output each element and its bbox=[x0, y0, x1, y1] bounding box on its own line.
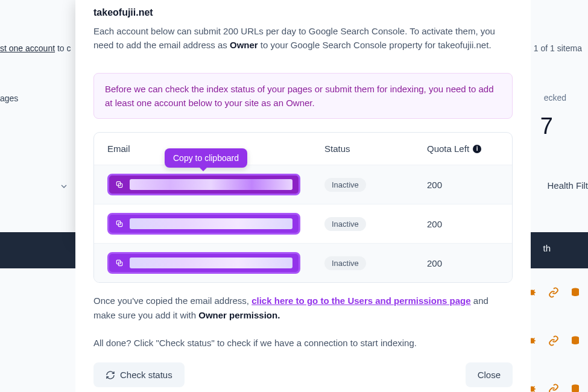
owner-warning-alert: Before we can check the index status of … bbox=[93, 73, 513, 119]
redacted-email bbox=[130, 179, 292, 190]
modal-actions: Check status Close bbox=[75, 350, 531, 387]
bg-row-icons-3 bbox=[526, 384, 581, 392]
status-badge: Inactive bbox=[324, 178, 366, 192]
database-icon[interactable] bbox=[570, 384, 581, 392]
chevron-down-icon[interactable] bbox=[59, 182, 69, 191]
accounts-modal: takeofujii.net Each account below can su… bbox=[75, 0, 531, 392]
instructions-done: All done? Click "Check status" to check … bbox=[93, 336, 513, 350]
instructions-copy: Once you've copied the email address, cl… bbox=[75, 283, 531, 350]
quota-value: 200 bbox=[427, 180, 499, 190]
link-icon[interactable] bbox=[548, 287, 559, 298]
copy-icon bbox=[115, 180, 124, 189]
redacted-email bbox=[130, 258, 292, 268]
email-copy-chip[interactable]: Copy to clipboard bbox=[107, 174, 300, 195]
modal-title: takeofujii.net bbox=[93, 7, 513, 18]
status-badge: Inactive bbox=[324, 256, 366, 270]
th-quota: Quota Left i bbox=[427, 144, 499, 154]
check-status-button[interactable]: Check status bbox=[93, 362, 185, 387]
info-icon[interactable]: i bbox=[473, 145, 481, 153]
modal-description: Each account below can submit 200 URLs p… bbox=[93, 24, 513, 52]
database-icon[interactable] bbox=[570, 287, 581, 298]
email-copy-chip[interactable] bbox=[107, 252, 300, 274]
bg-pages-label: ages bbox=[0, 93, 18, 103]
table-row: Copy to clipboard Inactive 200 bbox=[94, 165, 512, 204]
table-header: Email Status Quota Left i bbox=[94, 133, 512, 165]
quota-value: 200 bbox=[427, 258, 499, 268]
copy-tooltip: Copy to clipboard bbox=[165, 148, 247, 168]
bg-big-number: 7 bbox=[540, 113, 553, 139]
bg-health-filter: Health Filt bbox=[547, 180, 588, 191]
email-copy-chip[interactable] bbox=[107, 213, 300, 235]
bg-hint-link[interactable]: st one account bbox=[0, 43, 55, 53]
bg-checked-label: ecked bbox=[544, 93, 566, 103]
bg-th-fragment: th bbox=[543, 243, 551, 253]
bg-sitemap-count: 1 of 1 sitema bbox=[534, 43, 582, 53]
users-permissions-link[interactable]: click here to go to the Users and permis… bbox=[251, 296, 470, 306]
copy-icon bbox=[115, 259, 124, 267]
bg-row-icons-2 bbox=[526, 335, 581, 346]
link-icon[interactable] bbox=[548, 335, 559, 346]
copy-icon bbox=[115, 220, 124, 228]
link-icon[interactable] bbox=[548, 384, 559, 392]
modal-header: takeofujii.net Each account below can su… bbox=[75, 0, 531, 65]
accounts-table: Email Status Quota Left i Copy to clipbo… bbox=[93, 132, 513, 283]
refresh-icon bbox=[106, 370, 115, 380]
th-status: Status bbox=[324, 144, 427, 154]
bg-row-icons-1 bbox=[526, 287, 581, 298]
quota-value: 200 bbox=[427, 219, 499, 229]
table-row: Inactive 200 bbox=[94, 204, 512, 243]
redacted-email bbox=[130, 218, 292, 229]
bg-hint-line: st one account to c bbox=[0, 43, 71, 53]
close-button[interactable]: Close bbox=[466, 362, 513, 387]
database-icon[interactable] bbox=[570, 335, 581, 346]
status-badge: Inactive bbox=[324, 217, 366, 231]
table-row: Inactive 200 bbox=[94, 243, 512, 282]
